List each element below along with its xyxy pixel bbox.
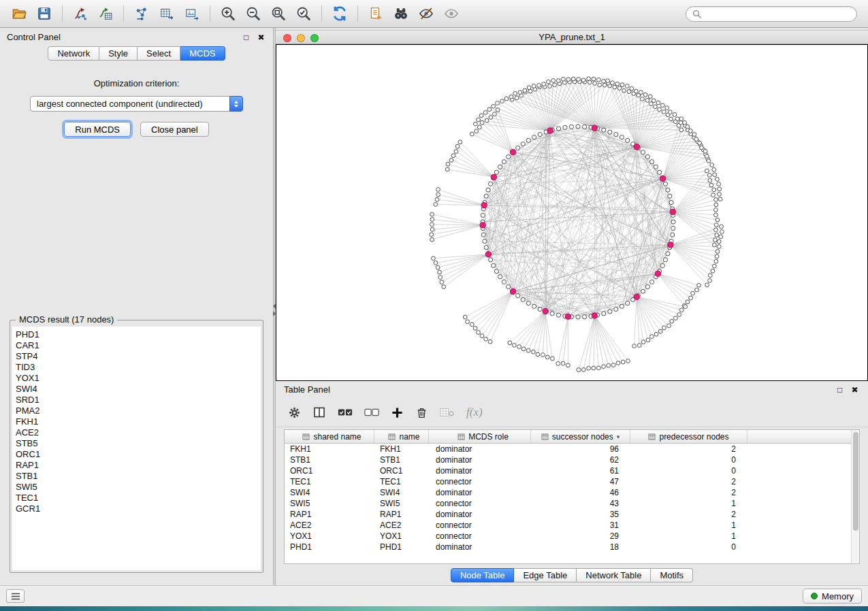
import-network-button[interactable]	[68, 3, 93, 24]
save-session-button[interactable]	[32, 3, 57, 24]
show-all-button[interactable]	[439, 3, 464, 24]
table-settings-button[interactable]	[288, 406, 301, 419]
mcds-result-item[interactable]: ORC1	[16, 449, 261, 460]
column-header-predecessor-nodes[interactable]: predecessor nodes	[630, 430, 748, 443]
column-type-icon	[388, 433, 396, 440]
table-row[interactable]: YOX1YOX1connector291	[285, 531, 851, 542]
tab-node-table[interactable]: Node Table	[451, 568, 515, 582]
close-window-icon[interactable]	[283, 34, 291, 42]
mcds-result-list[interactable]: PHD1CAR1STP4TID3YOX1SWI4SRD1PMA2FKH1ACE2…	[12, 327, 261, 570]
search-input[interactable]	[705, 9, 850, 18]
table-row[interactable]: PHD1PHD1dominator180	[285, 542, 851, 552]
float-table-panel-button[interactable]: □	[835, 384, 845, 395]
tab-motifs[interactable]: Motifs	[651, 568, 693, 582]
table-row[interactable]: TEC1TEC1connector472	[285, 476, 851, 487]
mcds-result-item[interactable]: PMA2	[16, 406, 261, 416]
export-image-button[interactable]	[180, 3, 204, 24]
mcds-buttons-row: Run MCDS Close panel	[10, 122, 263, 137]
table-cell: STB1	[285, 455, 374, 465]
panel-splitter[interactable]	[273, 28, 276, 585]
network-graph[interactable]	[276, 45, 867, 380]
table-row[interactable]: SWI4SWI4dominator462	[285, 487, 851, 498]
create-column-button[interactable]	[391, 406, 404, 419]
scrollbar-thumb[interactable]	[853, 432, 858, 531]
network-window-titlebar[interactable]: YPA_prune.txt_1	[276, 30, 868, 44]
memory-button[interactable]: Memory	[803, 589, 862, 604]
table-row[interactable]: RAP1RAP1dominator352	[285, 509, 851, 520]
tab-network[interactable]: Network	[48, 46, 99, 61]
zoom-fit-button[interactable]	[266, 3, 291, 24]
close-panel-button[interactable]: ✖	[256, 32, 266, 42]
table-row[interactable]: SWI5SWI5connector431	[285, 498, 851, 509]
table-row[interactable]: ACE2ACE2connector311	[285, 520, 851, 531]
mcds-result-item[interactable]: FKH1	[16, 416, 261, 427]
mcds-result-item[interactable]: STP4	[16, 351, 261, 362]
mcds-result-item[interactable]: TID3	[16, 362, 261, 373]
show-column-button[interactable]	[312, 406, 326, 419]
optimization-criterion-select[interactable]: largest connected component (undirected)	[30, 96, 243, 112]
mcds-result-item[interactable]: SWI5	[16, 482, 261, 493]
node-table-body[interactable]: FKH1FKH1dominator962STB1STB1dominator620…	[285, 444, 859, 563]
memory-status-icon	[811, 593, 818, 599]
table-scrollbar[interactable]	[851, 430, 859, 563]
splitter-collapse-buttons[interactable]	[273, 303, 276, 316]
column-header-shared-name[interactable]: shared name	[285, 430, 374, 443]
mcds-result-item[interactable]: RAP1	[16, 460, 261, 471]
column-header-mcds-role[interactable]: MCDS role	[429, 430, 531, 443]
select-all-columns-button[interactable]	[338, 407, 353, 418]
mcds-result-item[interactable]: ACE2	[16, 427, 261, 438]
search-field[interactable]	[686, 6, 857, 22]
network-canvas[interactable]	[276, 44, 868, 381]
export-document-button[interactable]	[364, 3, 388, 24]
mcds-result-item[interactable]: PHD1	[16, 329, 261, 340]
tab-edge-table[interactable]: Edge Table	[514, 568, 577, 582]
table-cell: ORC1	[374, 466, 429, 476]
task-history-button[interactable]	[6, 589, 25, 603]
import-table-button[interactable]	[93, 3, 118, 24]
new-table-button[interactable]	[155, 3, 179, 24]
close-table-panel-button[interactable]: ✖	[850, 384, 860, 395]
mcds-tab-content: Optimization criterion: largest connecte…	[0, 61, 273, 585]
table-row[interactable]: ORC1ORC1dominator610	[285, 465, 851, 476]
table-cell: 62	[531, 455, 630, 465]
tab-network-table[interactable]: Network Table	[577, 568, 651, 582]
tab-style[interactable]: Style	[99, 46, 138, 61]
function-builder-button: f(x)	[466, 406, 483, 419]
column-header-successor-nodes[interactable]: successor nodes ▾	[531, 430, 630, 443]
toolbar-separator	[123, 5, 124, 22]
zoom-out-button[interactable]	[241, 3, 266, 24]
mcds-result-item[interactable]: SWI4	[16, 384, 261, 395]
minimize-window-icon[interactable]	[297, 34, 305, 42]
memory-label: Memory	[822, 591, 854, 601]
app-window: Control Panel □ ✖ Network Style Select M…	[0, 0, 868, 611]
float-panel-button[interactable]: □	[241, 32, 251, 42]
new-network-button[interactable]	[129, 3, 154, 24]
open-file-button[interactable]	[7, 3, 31, 24]
zoom-selected-button[interactable]	[291, 3, 316, 24]
hide-selected-button[interactable]	[414, 3, 438, 24]
find-button[interactable]	[389, 3, 413, 24]
table-row[interactable]: STB1STB1dominator620	[285, 455, 851, 465]
table-cell: 0	[630, 466, 748, 476]
delete-column-button[interactable]	[415, 406, 428, 419]
apply-layout-button[interactable]	[327, 3, 352, 24]
save-icon	[37, 6, 52, 21]
zoom-in-button[interactable]	[216, 3, 240, 24]
mcds-result-item[interactable]: GCR1	[16, 503, 261, 514]
column-header-name[interactable]: name	[374, 430, 429, 443]
mcds-result-item[interactable]: TEC1	[16, 493, 261, 503]
tab-mcds[interactable]: MCDS	[180, 46, 225, 61]
maximize-window-icon[interactable]	[310, 34, 319, 42]
mcds-result-item[interactable]: CAR1	[16, 340, 261, 351]
deselect-all-columns-button[interactable]	[364, 407, 379, 418]
mcds-result-item[interactable]: YOX1	[16, 373, 261, 384]
table-toolbar: f(x)	[276, 398, 868, 427]
mcds-result-item[interactable]: STB5	[16, 438, 261, 449]
mcds-result-item[interactable]: STB1	[16, 471, 261, 482]
run-mcds-button[interactable]: Run MCDS	[64, 122, 131, 137]
mcds-result-item[interactable]: SRD1	[16, 395, 261, 406]
table-cell: 1	[630, 521, 748, 530]
close-panel-button-mcds[interactable]: Close panel	[140, 122, 209, 137]
tab-select[interactable]: Select	[138, 46, 180, 61]
table-row[interactable]: FKH1FKH1dominator962	[285, 444, 851, 455]
